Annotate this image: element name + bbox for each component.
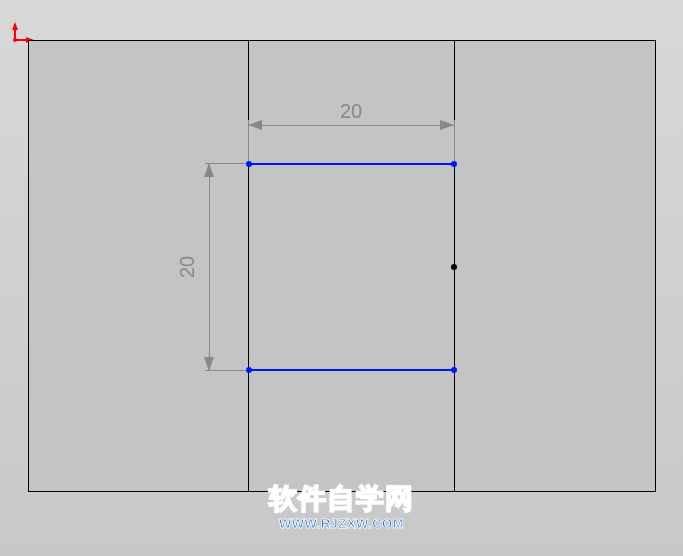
- svg-marker-1: [12, 22, 18, 30]
- dimension-arrow-icon: [204, 357, 214, 371]
- sketch-line-top[interactable]: [248, 163, 454, 165]
- svg-point-4: [13, 38, 17, 42]
- sketch-canvas[interactable]: 20 20 软件自学网 WWW.RJZXW.COM: [0, 0, 683, 556]
- sketch-endpoint[interactable]: [451, 367, 457, 373]
- sketch-endpoint[interactable]: [451, 161, 457, 167]
- sketch-line-bottom[interactable]: [248, 369, 454, 371]
- dimension-vertical-value[interactable]: 20: [172, 163, 202, 371]
- sketch-endpoint[interactable]: [246, 367, 252, 373]
- dimension-line: [209, 163, 210, 371]
- dimension-horizontal-value[interactable]: 20: [248, 100, 454, 123]
- dimension-arrow-icon: [204, 163, 214, 177]
- sketch-endpoint[interactable]: [246, 161, 252, 167]
- dimension-extension-line: [454, 120, 455, 164]
- sketch-midpoint[interactable]: [451, 264, 457, 270]
- watermark-url: WWW.RJZXW.COM: [269, 516, 414, 531]
- watermark-title: 软件自学网: [269, 480, 414, 518]
- watermark: 软件自学网 WWW.RJZXW.COM: [269, 480, 414, 531]
- dimension-line: [248, 125, 454, 126]
